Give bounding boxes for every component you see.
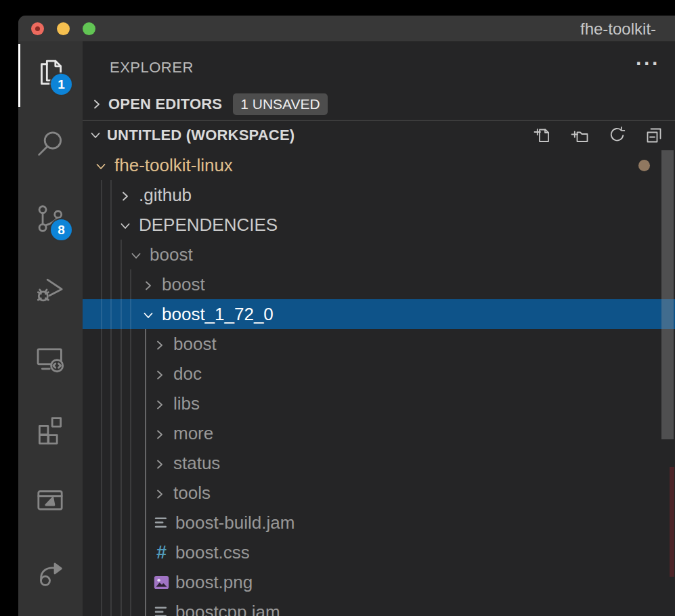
tree-item-label: boost-build.jam [175,512,295,533]
git-modified-dot [638,160,650,171]
traffic-lights [31,22,95,35]
chevron-down-icon [88,128,103,143]
tree-item-label: libs [173,393,200,414]
jam-file-icon [152,514,171,532]
tree-item-label: boost.png [175,572,253,593]
tree-item-doc[interactable]: doc [83,359,675,389]
activity-item-explorer[interactable]: 1 [30,54,70,95]
explorer-pane-title: EXPLORER [110,59,194,76]
scrollbar-thumb[interactable] [661,150,674,439]
section-divider [83,120,675,121]
tree-item-boost[interactable]: boost [83,240,675,269]
tree-item-label: tools [173,483,211,504]
more-actions-icon[interactable]: ··· [636,52,660,75]
close-button[interactable] [31,22,44,35]
tree-item-libs[interactable]: libs [83,389,675,418]
tree-item-label: boostcpp.jam [175,602,280,616]
activity-bar: 18 [18,41,83,616]
indent-guide-active [145,329,146,616]
chevron-right-icon [89,97,104,112]
chevron-right-icon [152,366,167,381]
collapse-all-icon[interactable] [644,125,664,146]
tree-item-fhe-toolkit-linux[interactable]: fhe-toolkit-linux [83,150,675,180]
activity-item-remote-explorer[interactable] [30,340,70,380]
active-tab-indicator [18,44,20,107]
maximize-button[interactable] [83,22,95,35]
window-title: fhe-toolkit- [580,20,675,39]
tree-item-label: .github [139,185,192,206]
chevron-down-icon [93,158,108,173]
new-folder-icon[interactable] [569,125,590,146]
activity-item-extensions[interactable] [30,410,70,451]
tree-item-dependencies[interactable]: DEPENDENCIES [83,210,675,240]
jam-file-icon [152,603,171,616]
run-debug-icon [33,273,67,309]
css-file-icon: # [152,544,171,562]
tree-item-label: boost [173,334,217,355]
tree-item-boost-png[interactable]: boost.png [83,567,675,597]
explorer-badge: 1 [51,74,72,95]
tree-item-more[interactable]: more [83,418,675,448]
new-file-icon[interactable] [532,125,552,146]
remote-explorer-icon [33,342,67,378]
vscode-window: fhe-toolkit- 18 EXPLORER ··· OPEN EDITOR… [18,16,675,616]
red-decoration-strip [670,467,674,577]
refresh-icon[interactable] [607,125,627,146]
chevron-right-icon [141,277,156,292]
indent-guide [130,269,131,616]
tree-item-tools[interactable]: tools [83,478,675,508]
chevron-right-icon [152,485,167,500]
open-editors-label: OPEN EDITORS [108,95,222,113]
image-file-icon [152,573,171,592]
share-icon [33,554,67,590]
indent-guide [121,240,122,616]
extensions-icon [33,412,67,449]
tree-item-boostcpp-jam[interactable]: boostcpp.jam [83,597,675,616]
open-editors-section[interactable]: OPEN EDITORS 1 UNSAVED [83,91,675,118]
unsaved-badge: 1 UNSAVED [233,93,327,115]
chevron-right-icon [152,396,167,411]
chevron-right-icon [152,456,167,470]
tree-item-status[interactable]: status [83,448,675,478]
tree-item-label: boost_1_72_0 [162,304,274,325]
tree-item-boost[interactable]: boost [83,269,675,299]
preview-icon [33,483,67,520]
chevron-right-icon [118,188,133,202]
tree-item-label: doc [173,364,202,384]
chevron-down-icon [118,217,133,232]
tree-item-label: boost [150,244,193,265]
activity-item-share[interactable] [30,552,70,592]
activity-item-search[interactable] [30,125,70,166]
tree-item-label: fhe-toolkit-linux [114,155,233,176]
tree-item-boost[interactable]: boost [83,329,675,359]
indent-guide [110,180,112,616]
tree-item-label: boost.css [175,542,250,563]
tree-item-boost-1-72-0[interactable]: boost_1_72_0 [83,299,675,329]
activity-item-run-debug[interactable] [30,271,70,311]
source-control-badge: 8 [51,219,72,240]
minimize-button[interactable] [57,22,70,35]
tree-item-label: status [173,453,220,474]
explorer-sidebar: EXPLORER ··· OPEN EDITORS 1 UNSAVED UNTI… [83,41,675,616]
workspace-label: UNTITLED (WORKSPACE) [107,127,295,144]
chevron-down-icon [141,307,156,322]
chevron-down-icon [129,247,144,262]
tree-item-label: DEPENDENCIES [139,215,278,236]
indent-guide [101,180,102,616]
activity-item-source-control[interactable]: 8 [30,200,70,240]
activity-item-preview[interactable] [30,481,70,522]
tree-item-label: boost [162,274,205,295]
tree-item-boost-build-jam[interactable]: boost-build.jam [83,508,675,537]
search-icon [33,127,67,164]
workspace-actions [532,125,664,146]
chevron-right-icon [152,336,167,351]
tree-item-boost-css[interactable]: #boost.css [83,537,675,567]
file-tree: fhe-toolkit-linux.githubDEPENDENCIESboos… [83,150,675,616]
chevron-right-icon [152,426,167,441]
tree-item--github[interactable]: .github [83,180,675,210]
title-bar[interactable]: fhe-toolkit- [18,16,675,41]
tree-item-label: more [173,423,213,444]
